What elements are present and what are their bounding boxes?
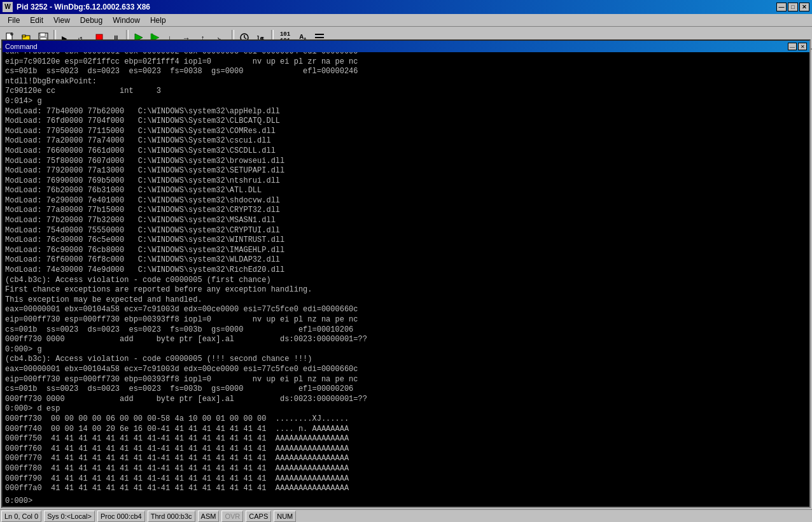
command-prompt: 0:000> [5,497,32,505]
status-caps: CAPS [246,511,271,522]
title-bar: W Pid 3252 - WinDbg:6.12.0002.633 X86 — … [0,0,812,14]
svg-rect-3 [22,35,25,37]
menu-bar: File Edit View Debug Window Help [0,14,812,27]
menu-view[interactable]: View [48,15,75,26]
menu-edit[interactable]: Edit [25,15,48,26]
status-sys: Sys 0:<Local> [44,511,95,522]
close-button[interactable]: ✕ [799,3,809,11]
status-thrd: Thrd 000:b3c [148,511,195,522]
menu-debug[interactable]: Debug [75,15,108,26]
title-bar-left: W Pid 3252 - WinDbg:6.12.0002.633 X86 [3,2,150,12]
window-title: Pid 3252 - WinDbg:6.12.0002.633 X86 [17,3,150,11]
svg-rect-24 [315,37,324,38]
minimize-button[interactable]: — [776,3,787,11]
status-proc: Proc 000:cb4 [97,511,145,522]
menu-window[interactable]: Window [108,15,145,26]
command-input[interactable] [35,497,807,505]
status-ovr: OVR [221,511,243,522]
status-asm: ASM [198,511,220,522]
menu-help[interactable]: Help [145,15,171,26]
menu-file[interactable]: File [3,15,25,26]
command-min-button[interactable]: — [788,43,797,50]
command-output: ModLoad: 76fc0000 76fc6000 C:\WINDOWS\sy… [3,52,809,495]
command-window: Command — ✕ ModLoad: 76fc0000 76fc6000 C… [1,39,811,508]
command-close-button[interactable]: ✕ [798,43,807,50]
command-input-line: 0:000> [3,495,809,507]
command-title-buttons: — ✕ [788,43,807,50]
svg-line-20 [244,38,246,39]
app-icon: W [3,2,13,12]
command-title-bar: Command — ✕ [3,41,809,52]
status-num: NUM [274,511,296,522]
svg-rect-5 [40,33,45,36]
status-bar: Ln 0, Col 0 Sys 0:<Local> Proc 000:cb4 T… [0,509,812,522]
title-bar-buttons: — □ ✕ [776,3,809,11]
status-ln-col: Ln 0, Col 0 [1,511,41,522]
maximize-button[interactable]: □ [788,3,798,11]
command-title-label: Command [5,43,38,50]
svg-rect-23 [315,34,324,35]
